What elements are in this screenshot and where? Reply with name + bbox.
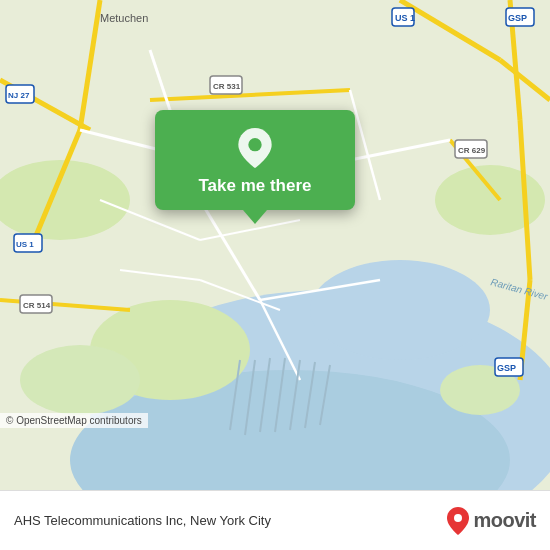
svg-text:GSP: GSP [497,363,516,373]
moovit-pin-icon [447,507,469,535]
svg-point-3 [310,260,490,360]
place-name-label: AHS Telecommunications Inc, New York Cit… [14,513,447,528]
svg-text:NJ 27: NJ 27 [8,91,30,100]
moovit-wordmark: moovit [473,509,536,532]
svg-point-7 [20,345,140,415]
map-attribution: © OpenStreetMap contributors [0,413,148,428]
svg-text:Metuchen: Metuchen [100,12,148,24]
popup-take-me-there-label: Take me there [198,176,311,196]
svg-text:US 1: US 1 [16,240,34,249]
bottom-bar: AHS Telecommunications Inc, New York Cit… [0,490,550,550]
location-pin-icon [235,128,275,168]
svg-text:CR 514: CR 514 [23,301,51,310]
svg-point-57 [248,138,261,151]
take-me-there-popup[interactable]: Take me there [155,110,355,210]
map-container: Metuchen US 1 GSP NJ 27 US 1 CR 531 CR 6… [0,0,550,490]
svg-text:CR 531: CR 531 [213,82,241,91]
svg-text:US 1: US 1 [395,13,415,23]
svg-point-58 [454,514,462,522]
svg-text:CR 629: CR 629 [458,146,486,155]
svg-text:GSP: GSP [508,13,527,23]
moovit-logo: moovit [447,507,536,535]
